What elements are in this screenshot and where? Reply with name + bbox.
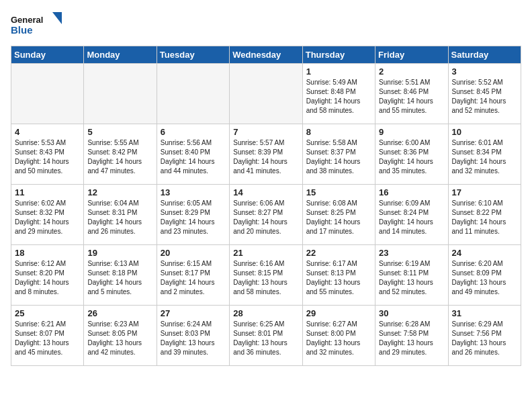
logo: General Blue xyxy=(11,11,64,38)
calendar-cell: 12Sunrise: 6:04 AMSunset: 8:31 PMDayligh… xyxy=(84,185,157,245)
calendar-cell: 21Sunrise: 6:16 AMSunset: 8:15 PMDayligh… xyxy=(230,245,302,306)
calendar-cell xyxy=(84,64,157,124)
day-number: 10 xyxy=(452,127,517,137)
day-number: 24 xyxy=(452,248,517,258)
calendar-cell: 8Sunrise: 5:58 AMSunset: 8:37 PMDaylight… xyxy=(302,124,375,185)
calendar-cell: 22Sunrise: 6:17 AMSunset: 8:13 PMDayligh… xyxy=(302,245,375,306)
svg-text:General: General xyxy=(11,15,43,25)
day-number: 20 xyxy=(161,248,226,258)
weekday-header-tuesday: Tuesday xyxy=(157,46,229,64)
calendar-cell: 6Sunrise: 5:56 AMSunset: 8:40 PMDaylight… xyxy=(157,124,229,185)
day-number: 25 xyxy=(15,308,80,318)
day-number: 8 xyxy=(306,127,371,137)
day-number: 11 xyxy=(15,187,80,197)
cell-details: Sunrise: 6:00 AMSunset: 8:36 PMDaylight:… xyxy=(379,138,444,176)
calendar-cell: 9Sunrise: 6:00 AMSunset: 8:36 PMDaylight… xyxy=(375,124,448,185)
calendar-cell: 4Sunrise: 5:53 AMSunset: 8:43 PMDaylight… xyxy=(11,124,84,185)
day-number: 27 xyxy=(161,308,226,318)
cell-details: Sunrise: 5:57 AMSunset: 8:39 PMDaylight:… xyxy=(233,138,298,176)
cell-details: Sunrise: 5:53 AMSunset: 8:43 PMDaylight:… xyxy=(15,138,80,176)
calendar-cell: 20Sunrise: 6:15 AMSunset: 8:17 PMDayligh… xyxy=(157,245,229,306)
calendar-cell: 24Sunrise: 6:20 AMSunset: 8:09 PMDayligh… xyxy=(448,245,521,306)
cell-details: Sunrise: 6:24 AMSunset: 8:03 PMDaylight:… xyxy=(161,320,226,357)
day-number: 21 xyxy=(233,248,298,258)
cell-details: Sunrise: 6:21 AMSunset: 8:07 PMDaylight:… xyxy=(15,320,80,357)
svg-marker-2 xyxy=(52,12,62,24)
day-number: 1 xyxy=(306,66,371,77)
cell-details: Sunrise: 6:17 AMSunset: 8:13 PMDaylight:… xyxy=(306,259,371,297)
day-number: 12 xyxy=(87,187,152,197)
cell-details: Sunrise: 5:55 AMSunset: 8:42 PMDaylight:… xyxy=(87,138,152,176)
calendar-table: SundayMondayTuesdayWednesdayThursdayFrid… xyxy=(11,46,521,366)
day-number: 16 xyxy=(379,187,444,197)
cell-details: Sunrise: 6:10 AMSunset: 8:22 PMDaylight:… xyxy=(452,199,517,236)
cell-details: Sunrise: 6:12 AMSunset: 8:20 PMDaylight:… xyxy=(15,259,80,297)
calendar-cell: 11Sunrise: 6:02 AMSunset: 8:32 PMDayligh… xyxy=(11,185,84,245)
weekday-header-monday: Monday xyxy=(84,46,157,64)
cell-details: Sunrise: 6:20 AMSunset: 8:09 PMDaylight:… xyxy=(452,259,517,297)
calendar-cell: 31Sunrise: 6:29 AMSunset: 7:56 PMDayligh… xyxy=(448,306,521,366)
cell-details: Sunrise: 6:28 AMSunset: 7:58 PMDaylight:… xyxy=(379,320,444,357)
calendar-cell: 1Sunrise: 5:49 AMSunset: 8:48 PMDaylight… xyxy=(302,64,375,124)
day-number: 31 xyxy=(452,308,517,318)
day-number: 5 xyxy=(87,127,152,137)
calendar-cell: 28Sunrise: 6:25 AMSunset: 8:01 PMDayligh… xyxy=(230,306,302,366)
day-number: 17 xyxy=(452,187,517,197)
cell-details: Sunrise: 6:02 AMSunset: 8:32 PMDaylight:… xyxy=(15,199,80,236)
cell-details: Sunrise: 6:29 AMSunset: 7:56 PMDaylight:… xyxy=(452,320,517,357)
day-number: 29 xyxy=(306,308,371,318)
day-number: 18 xyxy=(15,248,80,258)
day-number: 23 xyxy=(379,248,444,258)
day-number: 19 xyxy=(87,248,152,258)
cell-details: Sunrise: 5:52 AMSunset: 8:45 PMDaylight:… xyxy=(452,78,517,116)
cell-details: Sunrise: 6:05 AMSunset: 8:29 PMDaylight:… xyxy=(161,199,226,236)
calendar-cell: 29Sunrise: 6:27 AMSunset: 8:00 PMDayligh… xyxy=(302,306,375,366)
day-number: 3 xyxy=(452,66,517,77)
weekday-header-thursday: Thursday xyxy=(302,46,375,64)
calendar-cell xyxy=(230,64,302,124)
cell-details: Sunrise: 6:16 AMSunset: 8:15 PMDaylight:… xyxy=(233,259,298,297)
weekday-header-sunday: Sunday xyxy=(11,46,84,64)
calendar-cell: 10Sunrise: 6:01 AMSunset: 8:34 PMDayligh… xyxy=(448,124,521,185)
calendar-cell: 26Sunrise: 6:23 AMSunset: 8:05 PMDayligh… xyxy=(84,306,157,366)
calendar-cell: 15Sunrise: 6:08 AMSunset: 8:25 PMDayligh… xyxy=(302,185,375,245)
logo-svg: General Blue xyxy=(11,11,64,38)
weekday-header-saturday: Saturday xyxy=(448,46,521,64)
cell-details: Sunrise: 6:19 AMSunset: 8:11 PMDaylight:… xyxy=(379,259,444,297)
weekday-header-friday: Friday xyxy=(375,46,448,64)
cell-details: Sunrise: 5:56 AMSunset: 8:40 PMDaylight:… xyxy=(161,138,226,176)
day-number: 13 xyxy=(161,187,226,197)
calendar-cell: 14Sunrise: 6:06 AMSunset: 8:27 PMDayligh… xyxy=(230,185,302,245)
cell-details: Sunrise: 6:08 AMSunset: 8:25 PMDaylight:… xyxy=(306,199,371,236)
calendar-cell: 3Sunrise: 5:52 AMSunset: 8:45 PMDaylight… xyxy=(448,64,521,124)
day-number: 7 xyxy=(233,127,298,137)
cell-details: Sunrise: 6:13 AMSunset: 8:18 PMDaylight:… xyxy=(87,259,152,297)
day-number: 4 xyxy=(15,127,80,137)
page-header: General Blue xyxy=(11,11,521,38)
cell-details: Sunrise: 6:27 AMSunset: 8:00 PMDaylight:… xyxy=(306,320,371,357)
calendar-cell: 27Sunrise: 6:24 AMSunset: 8:03 PMDayligh… xyxy=(157,306,229,366)
day-number: 14 xyxy=(233,187,298,197)
cell-details: Sunrise: 5:58 AMSunset: 8:37 PMDaylight:… xyxy=(306,138,371,176)
day-number: 22 xyxy=(306,248,371,258)
calendar-cell: 2Sunrise: 5:51 AMSunset: 8:46 PMDaylight… xyxy=(375,64,448,124)
weekday-header-wednesday: Wednesday xyxy=(230,46,302,64)
calendar-cell: 23Sunrise: 6:19 AMSunset: 8:11 PMDayligh… xyxy=(375,245,448,306)
day-number: 30 xyxy=(379,308,444,318)
cell-details: Sunrise: 6:23 AMSunset: 8:05 PMDaylight:… xyxy=(87,320,152,357)
day-number: 6 xyxy=(161,127,226,137)
calendar-cell: 16Sunrise: 6:09 AMSunset: 8:24 PMDayligh… xyxy=(375,185,448,245)
day-number: 2 xyxy=(379,66,444,77)
calendar-cell: 30Sunrise: 6:28 AMSunset: 7:58 PMDayligh… xyxy=(375,306,448,366)
calendar-cell: 18Sunrise: 6:12 AMSunset: 8:20 PMDayligh… xyxy=(11,245,84,306)
calendar-cell: 19Sunrise: 6:13 AMSunset: 8:18 PMDayligh… xyxy=(84,245,157,306)
cell-details: Sunrise: 6:15 AMSunset: 8:17 PMDaylight:… xyxy=(161,259,226,297)
svg-text:Blue: Blue xyxy=(11,24,33,36)
cell-details: Sunrise: 6:04 AMSunset: 8:31 PMDaylight:… xyxy=(87,199,152,236)
calendar-cell: 13Sunrise: 6:05 AMSunset: 8:29 PMDayligh… xyxy=(157,185,229,245)
calendar-cell xyxy=(11,64,84,124)
cell-details: Sunrise: 6:06 AMSunset: 8:27 PMDaylight:… xyxy=(233,199,298,236)
cell-details: Sunrise: 6:01 AMSunset: 8:34 PMDaylight:… xyxy=(452,138,517,176)
calendar-cell xyxy=(157,64,229,124)
calendar-cell: 5Sunrise: 5:55 AMSunset: 8:42 PMDaylight… xyxy=(84,124,157,185)
